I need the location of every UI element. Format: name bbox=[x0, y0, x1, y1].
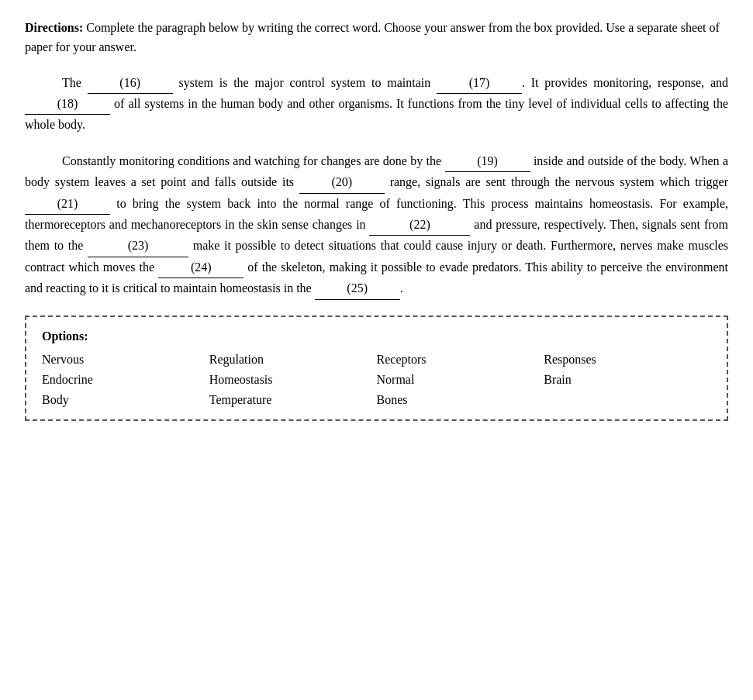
option-receptors: Receptors bbox=[377, 353, 544, 367]
paragraph2: Constantly monitoring conditions and wat… bbox=[25, 151, 728, 300]
option-normal: Normal bbox=[377, 373, 544, 387]
blank-23: (23) bbox=[88, 236, 188, 257]
paragraph1: The (16) system is the major control sys… bbox=[25, 73, 728, 136]
paragraph2-text: Constantly monitoring conditions and wat… bbox=[25, 151, 728, 300]
directions-section: Directions: Complete the paragraph below… bbox=[25, 19, 728, 57]
option-bones: Bones bbox=[377, 393, 544, 407]
option-nervous: Nervous bbox=[42, 353, 209, 367]
blank-22: (22) bbox=[369, 215, 470, 236]
option-endocrine: Endocrine bbox=[42, 373, 209, 387]
option-homeostasis: Homeostasis bbox=[209, 373, 377, 387]
options-box: Options: Nervous Regulation Receptors Re… bbox=[25, 316, 728, 421]
option-regulation: Regulation bbox=[209, 353, 377, 367]
option-brain: Brain bbox=[544, 373, 711, 387]
options-grid: Nervous Regulation Receptors Responses E… bbox=[42, 353, 711, 407]
blank-21: (21) bbox=[25, 194, 110, 215]
option-body: Body bbox=[42, 393, 209, 407]
blank-18: (18) bbox=[25, 94, 110, 115]
directions-label: Directions: bbox=[25, 21, 83, 34]
directions-text: Complete the paragraph below by writing … bbox=[25, 21, 720, 53]
option-responses: Responses bbox=[544, 353, 711, 367]
blank-24: (24) bbox=[158, 257, 244, 278]
option-temperature: Temperature bbox=[209, 393, 377, 407]
option-empty bbox=[544, 393, 711, 407]
blank-17: (17) bbox=[437, 73, 522, 94]
blank-20: (20) bbox=[299, 172, 385, 193]
blank-25: (25) bbox=[315, 278, 400, 299]
paragraph1-text: The (16) system is the major control sys… bbox=[25, 73, 728, 136]
blank-19: (19) bbox=[445, 151, 530, 172]
options-title: Options: bbox=[42, 329, 711, 343]
blank-16: (16) bbox=[88, 73, 173, 94]
